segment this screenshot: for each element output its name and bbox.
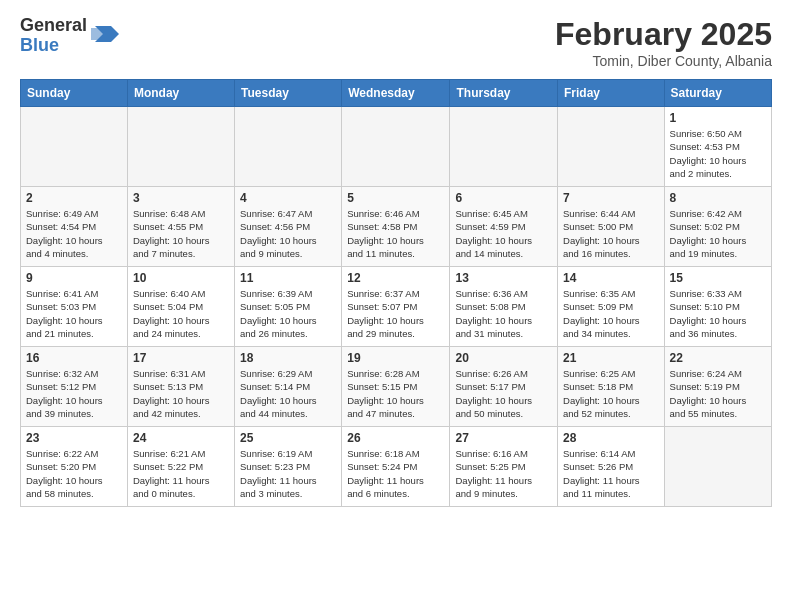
day-info: Sunrise: 6:18 AMSunset: 5:24 PMDaylight:… xyxy=(347,447,444,500)
logo: General Blue xyxy=(20,16,119,56)
day-number: 7 xyxy=(563,191,659,205)
day-number: 5 xyxy=(347,191,444,205)
day-number: 25 xyxy=(240,431,336,445)
page: General Blue February 2025 Tomin, Diber … xyxy=(0,0,792,523)
calendar-day-cell: 15Sunrise: 6:33 AMSunset: 5:10 PMDayligh… xyxy=(664,267,771,347)
day-number: 1 xyxy=(670,111,766,125)
calendar-day-cell: 26Sunrise: 6:18 AMSunset: 5:24 PMDayligh… xyxy=(342,427,450,507)
calendar-day-cell xyxy=(235,107,342,187)
calendar-week-row: 16Sunrise: 6:32 AMSunset: 5:12 PMDayligh… xyxy=(21,347,772,427)
calendar-day-cell: 18Sunrise: 6:29 AMSunset: 5:14 PMDayligh… xyxy=(235,347,342,427)
day-number: 9 xyxy=(26,271,122,285)
calendar-day-cell: 12Sunrise: 6:37 AMSunset: 5:07 PMDayligh… xyxy=(342,267,450,347)
location-title: Tomin, Diber County, Albania xyxy=(555,53,772,69)
day-info: Sunrise: 6:37 AMSunset: 5:07 PMDaylight:… xyxy=(347,287,444,340)
calendar-day-cell: 4Sunrise: 6:47 AMSunset: 4:56 PMDaylight… xyxy=(235,187,342,267)
calendar-day-header: Monday xyxy=(127,80,234,107)
day-number: 11 xyxy=(240,271,336,285)
title-area: February 2025 Tomin, Diber County, Alban… xyxy=(555,16,772,69)
day-number: 2 xyxy=(26,191,122,205)
day-number: 18 xyxy=(240,351,336,365)
logo-text: General Blue xyxy=(20,16,87,56)
day-info: Sunrise: 6:39 AMSunset: 5:05 PMDaylight:… xyxy=(240,287,336,340)
calendar-week-row: 1Sunrise: 6:50 AMSunset: 4:53 PMDaylight… xyxy=(21,107,772,187)
day-info: Sunrise: 6:41 AMSunset: 5:03 PMDaylight:… xyxy=(26,287,122,340)
calendar-day-cell: 21Sunrise: 6:25 AMSunset: 5:18 PMDayligh… xyxy=(558,347,665,427)
calendar-day-cell: 7Sunrise: 6:44 AMSunset: 5:00 PMDaylight… xyxy=(558,187,665,267)
calendar-day-cell: 11Sunrise: 6:39 AMSunset: 5:05 PMDayligh… xyxy=(235,267,342,347)
day-number: 15 xyxy=(670,271,766,285)
day-info: Sunrise: 6:35 AMSunset: 5:09 PMDaylight:… xyxy=(563,287,659,340)
day-number: 24 xyxy=(133,431,229,445)
day-info: Sunrise: 6:26 AMSunset: 5:17 PMDaylight:… xyxy=(455,367,552,420)
day-info: Sunrise: 6:48 AMSunset: 4:55 PMDaylight:… xyxy=(133,207,229,260)
day-info: Sunrise: 6:14 AMSunset: 5:26 PMDaylight:… xyxy=(563,447,659,500)
day-info: Sunrise: 6:36 AMSunset: 5:08 PMDaylight:… xyxy=(455,287,552,340)
day-info: Sunrise: 6:49 AMSunset: 4:54 PMDaylight:… xyxy=(26,207,122,260)
day-number: 17 xyxy=(133,351,229,365)
calendar-day-cell: 20Sunrise: 6:26 AMSunset: 5:17 PMDayligh… xyxy=(450,347,558,427)
calendar-day-cell: 2Sunrise: 6:49 AMSunset: 4:54 PMDaylight… xyxy=(21,187,128,267)
day-info: Sunrise: 6:29 AMSunset: 5:14 PMDaylight:… xyxy=(240,367,336,420)
day-info: Sunrise: 6:31 AMSunset: 5:13 PMDaylight:… xyxy=(133,367,229,420)
calendar-day-cell xyxy=(21,107,128,187)
calendar-day-cell xyxy=(127,107,234,187)
day-info: Sunrise: 6:42 AMSunset: 5:02 PMDaylight:… xyxy=(670,207,766,260)
calendar-day-cell: 6Sunrise: 6:45 AMSunset: 4:59 PMDaylight… xyxy=(450,187,558,267)
day-number: 26 xyxy=(347,431,444,445)
calendar-day-header: Wednesday xyxy=(342,80,450,107)
day-number: 16 xyxy=(26,351,122,365)
calendar-day-cell xyxy=(664,427,771,507)
logo-blue: Blue xyxy=(20,36,87,56)
day-info: Sunrise: 6:44 AMSunset: 5:00 PMDaylight:… xyxy=(563,207,659,260)
calendar-day-cell: 28Sunrise: 6:14 AMSunset: 5:26 PMDayligh… xyxy=(558,427,665,507)
day-number: 23 xyxy=(26,431,122,445)
day-info: Sunrise: 6:46 AMSunset: 4:58 PMDaylight:… xyxy=(347,207,444,260)
day-number: 12 xyxy=(347,271,444,285)
calendar-day-cell: 13Sunrise: 6:36 AMSunset: 5:08 PMDayligh… xyxy=(450,267,558,347)
calendar-day-cell: 27Sunrise: 6:16 AMSunset: 5:25 PMDayligh… xyxy=(450,427,558,507)
day-number: 6 xyxy=(455,191,552,205)
day-info: Sunrise: 6:24 AMSunset: 5:19 PMDaylight:… xyxy=(670,367,766,420)
calendar-day-cell: 22Sunrise: 6:24 AMSunset: 5:19 PMDayligh… xyxy=(664,347,771,427)
calendar-day-cell: 8Sunrise: 6:42 AMSunset: 5:02 PMDaylight… xyxy=(664,187,771,267)
calendar-day-header: Thursday xyxy=(450,80,558,107)
calendar-week-row: 2Sunrise: 6:49 AMSunset: 4:54 PMDaylight… xyxy=(21,187,772,267)
day-number: 14 xyxy=(563,271,659,285)
calendar-day-header: Sunday xyxy=(21,80,128,107)
day-number: 13 xyxy=(455,271,552,285)
calendar-day-cell: 10Sunrise: 6:40 AMSunset: 5:04 PMDayligh… xyxy=(127,267,234,347)
calendar-day-cell: 17Sunrise: 6:31 AMSunset: 5:13 PMDayligh… xyxy=(127,347,234,427)
calendar-table: SundayMondayTuesdayWednesdayThursdayFrid… xyxy=(20,79,772,507)
header: General Blue February 2025 Tomin, Diber … xyxy=(20,16,772,69)
day-number: 3 xyxy=(133,191,229,205)
day-info: Sunrise: 6:25 AMSunset: 5:18 PMDaylight:… xyxy=(563,367,659,420)
calendar-day-cell: 24Sunrise: 6:21 AMSunset: 5:22 PMDayligh… xyxy=(127,427,234,507)
calendar-day-cell xyxy=(558,107,665,187)
day-info: Sunrise: 6:32 AMSunset: 5:12 PMDaylight:… xyxy=(26,367,122,420)
calendar-day-cell: 5Sunrise: 6:46 AMSunset: 4:58 PMDaylight… xyxy=(342,187,450,267)
day-number: 21 xyxy=(563,351,659,365)
day-info: Sunrise: 6:45 AMSunset: 4:59 PMDaylight:… xyxy=(455,207,552,260)
calendar-day-cell: 19Sunrise: 6:28 AMSunset: 5:15 PMDayligh… xyxy=(342,347,450,427)
day-info: Sunrise: 6:28 AMSunset: 5:15 PMDaylight:… xyxy=(347,367,444,420)
calendar-day-cell: 14Sunrise: 6:35 AMSunset: 5:09 PMDayligh… xyxy=(558,267,665,347)
day-number: 4 xyxy=(240,191,336,205)
logo-general: General xyxy=(20,16,87,36)
calendar-day-cell: 23Sunrise: 6:22 AMSunset: 5:20 PMDayligh… xyxy=(21,427,128,507)
day-info: Sunrise: 6:50 AMSunset: 4:53 PMDaylight:… xyxy=(670,127,766,180)
calendar-day-cell xyxy=(342,107,450,187)
day-info: Sunrise: 6:33 AMSunset: 5:10 PMDaylight:… xyxy=(670,287,766,340)
calendar-header-row: SundayMondayTuesdayWednesdayThursdayFrid… xyxy=(21,80,772,107)
day-info: Sunrise: 6:22 AMSunset: 5:20 PMDaylight:… xyxy=(26,447,122,500)
logo-icon xyxy=(91,20,119,48)
calendar-day-cell xyxy=(450,107,558,187)
svg-marker-1 xyxy=(91,28,107,40)
day-number: 27 xyxy=(455,431,552,445)
calendar-day-cell: 1Sunrise: 6:50 AMSunset: 4:53 PMDaylight… xyxy=(664,107,771,187)
day-number: 8 xyxy=(670,191,766,205)
day-info: Sunrise: 6:40 AMSunset: 5:04 PMDaylight:… xyxy=(133,287,229,340)
day-number: 10 xyxy=(133,271,229,285)
day-number: 22 xyxy=(670,351,766,365)
calendar-week-row: 23Sunrise: 6:22 AMSunset: 5:20 PMDayligh… xyxy=(21,427,772,507)
